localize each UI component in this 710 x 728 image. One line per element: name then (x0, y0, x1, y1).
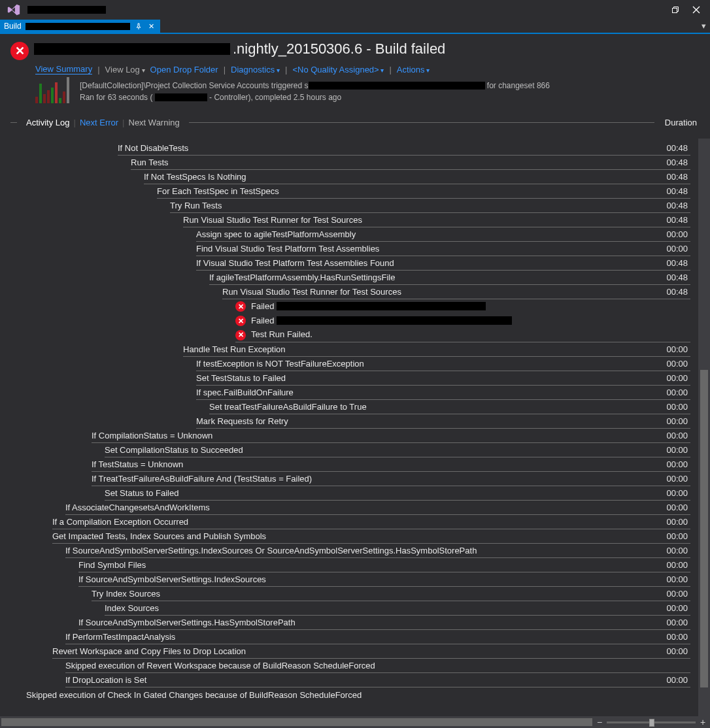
log-row[interactable]: If SourceAndSymbolServerSettings.IndexSo… (65, 544, 690, 558)
log-row[interactable]: Run Visual Studio Test Runner for Test S… (183, 213, 690, 227)
log-row-duration: 00:48 (659, 258, 690, 268)
log-row-duration: 00:00 (659, 344, 690, 354)
log-row[interactable]: Set TestStatus to Failed00:00 (196, 371, 690, 386)
log-row[interactable]: Handle Test Run Exception00:00 (183, 342, 690, 357)
vertical-scrollbar[interactable] (698, 139, 710, 716)
redacted-tab-label (25, 23, 130, 30)
log-row[interactable]: For Each TestSpec in TestSpecs00:48 (157, 184, 690, 199)
log-row[interactable]: Run Tests00:48 (131, 156, 690, 170)
log-row-label: If AssociateChangesetsAndWorkItems (65, 503, 659, 512)
log-row-label: If spec.FailBuildOnFailure (196, 388, 659, 397)
log-row[interactable]: Revert Workspace and Copy Files to Drop … (52, 644, 690, 659)
activity-log-tab[interactable]: Activity Log (22, 118, 73, 127)
log-row[interactable]: If AssociateChangesetsAndWorkItems00:00 (65, 501, 690, 515)
separator: | (285, 65, 287, 74)
activity-log[interactable]: If Not DisableTests00:48Run Tests00:48If… (0, 139, 698, 716)
log-row[interactable]: If PerformTestImpactAnalysis00:00 (65, 630, 690, 644)
close-tab-button[interactable]: ✕ (147, 22, 156, 31)
log-row[interactable]: Index Sources00:00 (105, 601, 690, 616)
log-row-label: Get Impacted Tests, Index Sources and Pu… (52, 531, 659, 541)
log-row-label: If PerformTestImpactAnalysis (65, 632, 659, 642)
log-row[interactable]: Mark Requests for Retry00:00 (196, 414, 690, 429)
close-window-button[interactable] (690, 4, 702, 16)
log-row-duration: 00:00 (659, 373, 690, 383)
log-row[interactable]: Try Index Sources00:00 (92, 587, 690, 601)
log-row-label: Set Status to Failed (105, 488, 659, 498)
tab-well-dropdown[interactable]: ▾ (698, 20, 710, 33)
log-row-duration: 00:00 (659, 546, 690, 555)
quality-dropdown[interactable]: <No Quality Assigned> (292, 65, 384, 74)
log-row[interactable]: Run Visual Studio Test Runner for Test S… (222, 285, 690, 299)
log-row[interactable]: Set treatTestFailureAsBuildFailure to Tr… (209, 400, 690, 414)
zoom-slider[interactable] (607, 721, 696, 723)
log-row[interactable]: If a Compilation Exception Occurred00:00 (52, 515, 690, 529)
log-row[interactable]: If agileTestPlatformAssembly.HasRunSetti… (209, 271, 690, 285)
log-row[interactable]: ✕Test Run Failed. (235, 328, 690, 342)
log-row[interactable]: If CompilationStatus = Unknown00:00 (92, 429, 690, 443)
log-row[interactable]: Skipped execution of Check In Gated Chan… (26, 687, 690, 702)
log-row-label: If SourceAndSymbolServerSettings.IndexSo… (78, 574, 659, 584)
log-row-label: Set treatTestFailureAsBuildFailure to Tr… (209, 402, 659, 412)
redacted-controller (155, 93, 207, 101)
document-tab[interactable]: Build ✕ (0, 20, 160, 33)
log-row-duration: 00:00 (659, 618, 690, 627)
log-row[interactable]: If TreatTestFailureAsBuildFailure And (T… (92, 472, 690, 486)
pin-tab-button[interactable] (134, 22, 143, 31)
log-row-label: If testException is NOT TestFailureExcep… (196, 359, 659, 369)
log-row[interactable]: If SourceAndSymbolServerSettings.IndexSo… (78, 572, 690, 587)
log-row-label: ✕Failed (235, 301, 659, 312)
log-row[interactable]: Set CompilationStatus to Succeeded00:00 (105, 443, 690, 457)
log-row[interactable]: Try Run Tests00:48 (170, 199, 690, 213)
scrollbar-thumb[interactable] (700, 370, 708, 687)
next-error-button[interactable]: Next Error (76, 118, 122, 127)
svg-rect-0 (673, 8, 677, 13)
separator: | (97, 65, 99, 74)
open-drop-folder-link[interactable]: Open Drop Folder (150, 65, 218, 74)
titlebar (0, 0, 710, 20)
log-row-label: If SourceAndSymbolServerSettings.IndexSo… (65, 546, 659, 555)
log-row[interactable]: If DropLocation is Set00:00 (65, 673, 690, 687)
error-icon: ✕ (235, 301, 246, 312)
log-row[interactable]: Set Status to Failed00:00 (105, 486, 690, 501)
view-log-link[interactable]: View Log (105, 65, 145, 74)
restore-window-button[interactable] (669, 4, 681, 16)
zoom-slider-knob[interactable] (649, 719, 654, 727)
action-links: View Summary | View Log Open Drop Folder… (0, 63, 710, 78)
redacted-title (27, 6, 106, 14)
redacted-text (277, 316, 512, 325)
log-row[interactable]: Get Impacted Tests, Index Sources and Pu… (52, 529, 690, 544)
zoom-in-button[interactable]: + (698, 717, 707, 727)
log-row-label: Skipped execution of Revert Workspace be… (65, 661, 659, 670)
log-row-duration: 00:00 (659, 459, 690, 469)
log-row[interactable]: If Not DisableTests00:48 (118, 141, 690, 156)
log-row-label: Find Symbol Files (78, 560, 659, 570)
log-row[interactable]: Skipped execution of Revert Workspace be… (65, 659, 690, 673)
log-row[interactable]: ✕Failed (235, 314, 690, 328)
log-row-label: Try Index Sources (92, 589, 659, 599)
log-row[interactable]: Find Visual Studio Test Platform Test As… (196, 242, 690, 256)
separator: | (389, 65, 391, 74)
log-row[interactable]: If testException is NOT TestFailureExcep… (196, 357, 690, 371)
activity-log-header: Activity Log | Next Error | Next Warning… (0, 108, 710, 129)
log-row[interactable]: If TestStatus = Unknown00:00 (92, 457, 690, 472)
log-row[interactable]: If spec.FailBuildOnFailure00:00 (196, 386, 690, 400)
view-summary-link[interactable]: View Summary (35, 64, 92, 74)
log-row-duration: 00:48 (659, 172, 690, 182)
log-row[interactable]: Assign spec to agileTestPlatformAssembly… (196, 227, 690, 242)
log-row[interactable]: ✕Failed (235, 299, 690, 314)
log-row[interactable]: Find Symbol Files00:00 (78, 558, 690, 572)
log-row-duration: 00:48 (659, 157, 690, 167)
error-icon: ✕ (235, 316, 246, 326)
log-row[interactable]: If Visual Studio Test Platform Test Asse… (196, 256, 690, 271)
diagnostics-dropdown[interactable]: Diagnostics (231, 65, 280, 74)
log-row-label: ✕Test Run Failed. (235, 329, 659, 340)
log-row-label: If Not TestSpecs Is Nothing (144, 172, 659, 182)
actions-dropdown[interactable]: Actions (397, 65, 430, 74)
next-warning-button[interactable]: Next Warning (125, 118, 184, 127)
zoom-out-button[interactable]: − (595, 717, 604, 727)
log-row[interactable]: If SourceAndSymbolServerSettings.HasSymb… (78, 616, 690, 630)
log-row[interactable]: If Not TestSpecs Is Nothing00:48 (144, 170, 690, 184)
build-history-chart-icon[interactable] (35, 80, 73, 103)
log-row-duration: 00:00 (659, 359, 690, 369)
log-row-label: For Each TestSpec in TestSpecs (157, 186, 659, 196)
